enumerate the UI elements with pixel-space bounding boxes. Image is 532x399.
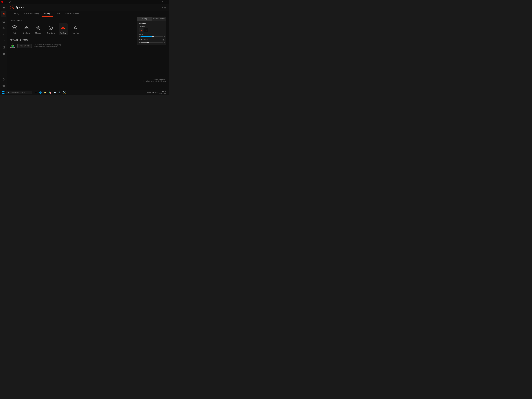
svg-point-9 — [3, 86, 4, 86]
strobing-icon — [35, 25, 41, 31]
taskview-icon: ⊞ — [35, 91, 37, 94]
panel-tab-reset[interactable]: Reset to default — [152, 17, 166, 21]
header: R System ⊞ ▦ — [7, 4, 169, 11]
close-button[interactable]: ✕ — [165, 1, 168, 3]
app-container: ☰ — [0, 4, 169, 90]
effect-static[interactable]: Static — [10, 23, 19, 35]
clock: 18:59 09.05.2023 — [159, 91, 166, 94]
sidebar-item-gamemode[interactable] — [1, 26, 6, 31]
activate-windows-title: Activate Windows — [143, 78, 166, 80]
taskbar-store[interactable]: 🛍️ — [48, 90, 52, 95]
sidebar-item-catalog[interactable] — [1, 51, 6, 56]
tab-resource-monitor[interactable]: Resource Monitor — [63, 11, 81, 17]
tab-gpu-power-saving[interactable]: GPU Power Saving — [21, 11, 42, 17]
brightness-slider-track[interactable] — [140, 42, 163, 43]
systray-eng: ENG — [152, 92, 154, 93]
sidebar-item-library[interactable] — [1, 45, 6, 50]
tab-memory[interactable]: Memory — [10, 11, 21, 17]
systray: Sunset ENG ROS — [147, 92, 158, 93]
search-bar[interactable]: 🔍 Type here to search — [6, 91, 32, 94]
brightness-row: BRIGHTNESS 33% — [139, 39, 165, 41]
brightness-slider-row — [139, 42, 165, 43]
clock-time: 18:59 — [159, 91, 166, 93]
titlebar-title: Armoury Crate — [5, 1, 14, 3]
tab-audio[interactable]: Audio — [53, 11, 63, 17]
aura-creator-content: Aura Creator — [17, 44, 32, 48]
speed-label: Speed — [139, 34, 165, 35]
sidebar-item-settings[interactable] — [1, 83, 6, 89]
start-icon — [2, 91, 5, 94]
taskbar-items: ⊞ 🌐 📁 🛍️ ✉️ 📱 ⚔️ — [34, 90, 66, 95]
svg-rect-8 — [3, 54, 3, 55]
aura-creator-description: Use Aura Creator to create unique lighti… — [34, 44, 63, 48]
rog-logo-svg: R — [10, 5, 14, 10]
start-button[interactable] — [1, 90, 5, 95]
speed-slider-min — [139, 36, 140, 37]
start-square-3 — [2, 93, 3, 94]
direction-label: Direction — [139, 26, 165, 27]
svg-rect-0 — [3, 21, 5, 23]
effect-rainbow[interactable]: Rainbow — [59, 23, 68, 35]
settings-panel: Settings Reset to default Rainbow Direct… — [137, 17, 166, 45]
svg-point-14 — [14, 27, 15, 28]
layout-icon[interactable]: ⊞ — [162, 6, 163, 9]
taskbar-explorer[interactable]: 📁 — [43, 90, 48, 95]
sidebar-item-home[interactable] — [1, 11, 6, 17]
color-cycle-label: Color Cycle — [47, 32, 55, 34]
show-desktop-button[interactable] — [167, 90, 168, 95]
aura-creator-logo — [10, 43, 15, 48]
svg-text:R: R — [12, 7, 13, 8]
effect-strobing[interactable]: Strobing — [34, 23, 43, 35]
taskbar-right: Sunset ENG ROS 18:59 09.05.2023 — [147, 90, 168, 95]
svg-point-17 — [50, 27, 51, 29]
sidebar-item-menu[interactable]: ☰ — [1, 5, 6, 10]
speed-slider-row — [139, 36, 165, 37]
sidebar-item-system[interactable] — [1, 19, 6, 25]
svg-rect-5 — [3, 53, 3, 53]
taskbar-phone[interactable]: 📱 — [57, 90, 62, 95]
restore-button[interactable]: □ — [162, 1, 164, 3]
brightness-slider-fill — [140, 42, 148, 43]
direction-left-button[interactable]: ◄ — [139, 28, 143, 32]
sidebar-item-visuals[interactable] — [1, 38, 6, 44]
aura-sync-label: Aura Sync — [72, 32, 79, 34]
tabs-bar: Memory GPU Power Saving Lighting Audio R… — [7, 11, 169, 17]
effect-color-cycle[interactable]: Color Cycle — [45, 23, 56, 35]
grid-icon[interactable]: ▦ — [164, 6, 166, 9]
breathing-icon — [23, 25, 30, 31]
svg-rect-6 — [4, 53, 5, 53]
systray-ros: ROS — [155, 92, 158, 93]
settings-panel-tabs: Settings Reset to default — [137, 17, 166, 21]
titlebar-controls: ─ □ ✕ — [158, 1, 168, 3]
panel-section-title: Rainbow — [139, 23, 165, 25]
start-square-4 — [3, 93, 5, 94]
taskbar-edge[interactable]: 🌐 — [38, 90, 43, 95]
effect-aura-sync[interactable]: Aura Sync — [70, 23, 80, 35]
store-icon: 🛍️ — [49, 91, 51, 94]
static-label: Static — [13, 32, 17, 34]
header-logo: R System — [10, 5, 24, 10]
color-cycle-icon — [48, 25, 54, 31]
tab-lighting[interactable]: Lighting — [42, 11, 53, 17]
aura-creator-button[interactable]: Aura Creator — [17, 44, 32, 48]
speed-slider-max — [164, 36, 165, 37]
brightness-slider-thumb[interactable] — [147, 42, 149, 43]
search-placeholder: Type here to search — [11, 92, 25, 93]
taskbar-armoury[interactable]: ⚔️ — [62, 90, 66, 95]
direction-right-button[interactable]: ► — [144, 28, 148, 32]
sidebar-item-monitor[interactable] — [1, 32, 6, 37]
start-square-2 — [3, 91, 5, 92]
speed-slider-fill — [140, 36, 153, 37]
taskbar-mail[interactable]: ✉️ — [53, 90, 57, 95]
effect-breathing[interactable]: Breathing — [22, 23, 31, 35]
speed-slider-thumb[interactable] — [152, 36, 154, 37]
content-area: R System ⊞ ▦ Memory GPU Power Saving Lig… — [7, 4, 169, 90]
taskbar-taskview[interactable]: ⊞ — [34, 90, 38, 95]
minimize-button[interactable]: ─ — [158, 1, 160, 3]
panel-body: Rainbow Direction ◄ ► Speed — [137, 21, 166, 45]
speed-slider-track[interactable] — [140, 36, 163, 37]
sidebar-item-bell[interactable] — [1, 77, 6, 82]
strobing-label: Strobing — [35, 32, 41, 34]
panel-tab-settings[interactable]: Settings — [137, 17, 152, 21]
brightness-label: BRIGHTNESS — [139, 39, 148, 40]
